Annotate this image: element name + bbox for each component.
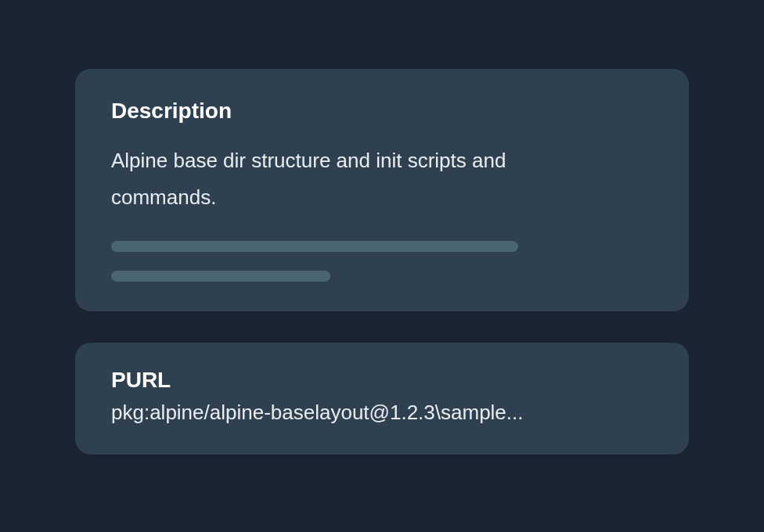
skeleton-line — [111, 271, 330, 282]
purl-card: PURL pkg:alpine/alpine-baselayout@1.2.3\… — [75, 343, 689, 455]
description-card: Description Alpine base dir structure an… — [75, 69, 689, 311]
purl-title: PURL — [111, 368, 653, 393]
purl-value: pkg:alpine/alpine-baselayout@1.2.3\sampl… — [111, 401, 653, 425]
skeleton-line — [111, 241, 518, 252]
description-text: Alpine base dir structure and init scrip… — [111, 142, 518, 216]
description-title: Description — [111, 99, 653, 124]
skeleton-loader — [111, 241, 653, 282]
